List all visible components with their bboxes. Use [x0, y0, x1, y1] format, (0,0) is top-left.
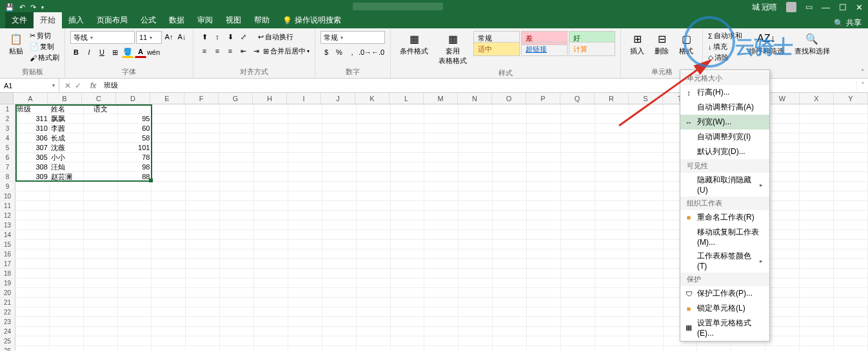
cell[interactable]	[186, 278, 220, 287]
col-header[interactable]: P	[526, 93, 560, 104]
cell[interactable]	[391, 172, 425, 181]
cell[interactable]	[118, 191, 152, 200]
cell[interactable]	[424, 211, 459, 220]
cell[interactable]	[288, 240, 322, 249]
cell[interactable]	[424, 327, 459, 336]
cell[interactable]: 101	[118, 143, 152, 152]
cell[interactable]	[152, 317, 186, 326]
cell[interactable]	[561, 220, 595, 229]
cell[interactable]	[561, 346, 595, 351]
col-header[interactable]: O	[492, 93, 526, 104]
cell[interactable]	[254, 153, 288, 162]
cell[interactable]	[834, 124, 868, 133]
cell[interactable]	[50, 240, 84, 249]
row-header[interactable]: 12	[0, 211, 15, 220]
cell[interactable]	[254, 191, 288, 200]
cell[interactable]	[322, 269, 357, 278]
cell[interactable]	[322, 249, 357, 258]
cell[interactable]	[629, 249, 664, 258]
cell[interactable]	[527, 153, 561, 162]
cell[interactable]	[152, 259, 186, 268]
cell[interactable]	[84, 278, 118, 287]
cell[interactable]	[288, 191, 322, 200]
cell[interactable]	[391, 143, 425, 152]
cell[interactable]	[493, 336, 527, 345]
cell[interactable]	[15, 249, 50, 258]
cell[interactable]	[561, 143, 595, 152]
cell[interactable]	[527, 133, 561, 142]
cell[interactable]	[629, 153, 664, 162]
cell[interactable]	[834, 220, 868, 229]
cell[interactable]	[834, 191, 868, 200]
cell[interactable]	[391, 153, 425, 162]
cell[interactable]	[834, 307, 868, 316]
cell[interactable]	[288, 327, 322, 336]
cell[interactable]: 305	[15, 153, 50, 162]
cell[interactable]	[459, 182, 493, 191]
cell[interactable]	[322, 133, 357, 142]
cell[interactable]	[765, 249, 800, 258]
row-header[interactable]: 18	[0, 269, 15, 278]
cell[interactable]	[84, 143, 118, 152]
cell[interactable]	[493, 143, 527, 152]
cell[interactable]	[527, 288, 561, 297]
cell[interactable]	[288, 288, 322, 297]
cell[interactable]	[493, 269, 527, 278]
cell[interactable]	[357, 249, 391, 258]
cell[interactable]	[391, 114, 425, 123]
menu-tab-color[interactable]: 工作表标签颜色(T)▸	[680, 249, 769, 273]
cell[interactable]	[800, 269, 834, 278]
cell[interactable]	[391, 220, 425, 229]
cell[interactable]	[15, 230, 50, 239]
cell[interactable]	[629, 259, 664, 268]
percent-icon[interactable]: %	[333, 46, 345, 58]
number-format-select[interactable]: 常规▾	[321, 31, 385, 44]
cell[interactable]	[561, 153, 595, 162]
comma-icon[interactable]: ,	[346, 46, 358, 58]
cell[interactable]	[220, 288, 254, 297]
cell[interactable]	[322, 143, 357, 152]
cell[interactable]	[50, 230, 84, 239]
cell[interactable]	[220, 220, 254, 229]
cell[interactable]	[288, 153, 322, 162]
delete-cells-button[interactable]: ⊟删除	[651, 31, 673, 57]
style-hyperlink[interactable]: 超链接	[521, 42, 567, 56]
cell[interactable]	[493, 104, 527, 113]
copy-button[interactable]: 📄复制	[30, 42, 59, 52]
cell[interactable]	[765, 288, 800, 297]
cell[interactable]	[152, 133, 186, 142]
cell[interactable]: 307	[15, 143, 50, 152]
cell[interactable]	[322, 124, 357, 133]
cell[interactable]	[220, 327, 254, 336]
col-header[interactable]: W	[765, 93, 800, 104]
cell[interactable]	[152, 143, 186, 152]
cell[interactable]	[424, 104, 459, 113]
cell[interactable]	[152, 230, 186, 239]
align-middle-icon[interactable]: ↕	[212, 31, 223, 43]
cell[interactable]	[595, 162, 629, 171]
cell[interactable]: 汪灿	[50, 162, 84, 171]
brush-button[interactable]: 🖌格式刷	[30, 53, 59, 63]
cell[interactable]	[84, 153, 118, 162]
cell[interactable]	[391, 104, 425, 113]
cell[interactable]	[15, 182, 50, 191]
menu-auto-row[interactable]: 自动调整行高(A)	[680, 100, 769, 115]
cell[interactable]	[527, 269, 561, 278]
cell[interactable]	[765, 182, 800, 191]
cell[interactable]	[186, 240, 220, 249]
cell[interactable]	[84, 162, 118, 171]
cell[interactable]	[834, 211, 868, 220]
cell[interactable]	[595, 327, 629, 336]
cell[interactable]	[765, 104, 800, 113]
cell[interactable]	[322, 191, 357, 200]
cell[interactable]	[391, 182, 425, 191]
col-header[interactable]: G	[219, 93, 253, 104]
cell[interactable]	[459, 211, 493, 220]
cell[interactable]	[186, 298, 220, 307]
share-button[interactable]: 🔍共享	[834, 17, 868, 28]
cell[interactable]	[561, 201, 595, 210]
cell[interactable]	[800, 220, 834, 229]
cell[interactable]	[834, 172, 868, 181]
col-header[interactable]: Q	[560, 93, 595, 104]
cell[interactable]	[322, 259, 357, 268]
